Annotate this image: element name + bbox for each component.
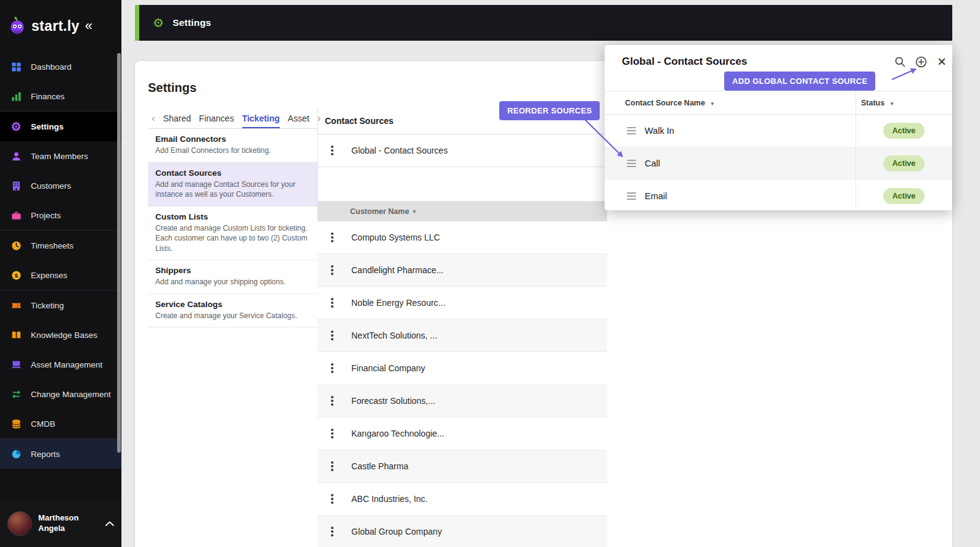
dollar-coin-icon: $ [10, 269, 22, 281]
customer-name: Candlelight Pharmace... [351, 265, 443, 275]
table-row[interactable]: Noble Energy Resourc... [317, 287, 607, 319]
table-row[interactable]: Financial Company [317, 352, 607, 385]
table-row[interactable]: NextTech Solutions, ... [317, 319, 607, 352]
drag-handle-icon[interactable] [627, 192, 636, 200]
kebab-menu-icon[interactable] [326, 331, 338, 340]
customer-table-header[interactable]: Customer Name ▾ [317, 201, 607, 221]
table-row[interactable]: ABC Industries, Inc. [317, 483, 607, 516]
settings-item-custom-lists[interactable]: Custom Lists Create and manage Custom Li… [148, 207, 317, 261]
startly-logo-icon [7, 16, 27, 36]
tab-asset[interactable]: Asset [288, 109, 309, 127]
table-row[interactable]: Global Group Company [317, 516, 607, 547]
customer-name: Kangaroo Technologie... [351, 429, 444, 438]
contact-sources-detail: Contact Sources Global - Contact Sources… [317, 108, 607, 547]
sidebar-collapse-button[interactable]: « [85, 19, 92, 33]
sidebar-scrollbar[interactable] [117, 53, 121, 453]
global-contact-sources-panel: Global - Contact Sources × Contact Sourc… [605, 45, 952, 210]
column-label: Status [861, 99, 884, 107]
column-header-contact-source-name[interactable]: Contact Source Name ▾ [605, 99, 855, 107]
sort-caret-icon: ▾ [891, 101, 894, 107]
customer-name: NextTech Solutions, ... [351, 331, 437, 340]
sidebar-item-label: Finances [31, 92, 65, 101]
column-label: Contact Source Name [625, 99, 705, 107]
settings-item-title: Contact Sources [155, 168, 310, 178]
tab-shared[interactable]: Shared [163, 109, 191, 127]
group-label: Global - Contact Sources [351, 146, 447, 155]
sidebar-item-label: Reports [31, 450, 60, 459]
panel-table-header: Contact Source Name ▾ Status ▾ [605, 91, 952, 115]
customer-name: Castle Pharma [351, 461, 409, 471]
sidebar-item-label: Expenses [31, 271, 67, 280]
kebab-menu-icon[interactable] [326, 265, 338, 275]
sidebar-item-reports[interactable]: Reports [0, 438, 121, 469]
column-header-customer-name[interactable]: Customer Name [350, 207, 409, 216]
column-header-status[interactable]: Status ▾ [855, 99, 893, 107]
customer-name: Noble Energy Resourc... [351, 298, 446, 308]
kebab-menu-icon[interactable] [326, 363, 338, 373]
sidebar-item-customers[interactable]: Customers [0, 171, 121, 200]
status-badge: Active [883, 188, 925, 204]
status-badge: Active [883, 123, 925, 139]
gear-icon: ⚙ [10, 120, 22, 133]
spacer [317, 167, 607, 201]
kebab-menu-icon[interactable] [326, 461, 338, 471]
settings-item-contact-sources[interactable]: Contact Sources Add and manage Contact S… [148, 163, 317, 207]
sidebar-item-settings[interactable]: ⚙ Settings [0, 111, 121, 141]
sidebar-item-label: Change Management [31, 390, 111, 399]
contact-source-row[interactable]: Walk In Active [605, 115, 952, 147]
sidebar-item-expenses[interactable]: $ Expenses [0, 260, 121, 290]
kebab-menu-icon[interactable] [326, 232, 338, 242]
sort-caret-icon: ▾ [413, 208, 416, 215]
tab-bar: ‹ Shared Finances Ticketing Asset › [148, 108, 317, 129]
customer-name: Global Group Company [351, 527, 442, 537]
page-header: ⚙ Settings [135, 5, 952, 41]
contact-source-row[interactable]: Email Active [605, 180, 952, 212]
settings-item-shippers[interactable]: Shippers Add and manage your shipping op… [148, 260, 317, 294]
drag-handle-icon[interactable] [627, 160, 636, 167]
status-badge: Active [883, 155, 925, 171]
tab-finances[interactable]: Finances [199, 109, 234, 127]
table-row[interactable]: Kangaroo Technologie... [317, 417, 607, 450]
sidebar-item-timesheets[interactable]: Timesheets [0, 230, 121, 260]
drag-handle-icon[interactable] [627, 127, 636, 134]
contact-source-group-row[interactable]: Global - Contact Sources [317, 134, 607, 167]
sidebar-item-projects[interactable]: Projects [0, 200, 121, 230]
settings-item-service-catalogs[interactable]: Service Catalogs Create and manage your … [148, 294, 317, 328]
sidebar-item-asset-management[interactable]: Asset Management [0, 350, 121, 379]
sidebar-item-knowledge-bases[interactable]: Knowledge Bases [0, 320, 121, 350]
chevron-up-icon[interactable] [105, 521, 114, 526]
tabs-prev-icon[interactable]: ‹ [152, 113, 155, 123]
sidebar-item-ticketing[interactable]: Ticketing [0, 290, 121, 320]
sidebar-item-team-members[interactable]: Team Members [0, 141, 121, 171]
sidebar-item-label: Projects [31, 211, 61, 220]
close-icon[interactable]: × [931, 53, 952, 70]
person-icon [10, 150, 22, 162]
kebab-menu-icon[interactable] [326, 494, 338, 504]
add-icon[interactable] [910, 53, 931, 70]
sidebar-item-cmdb[interactable]: CMDB [0, 409, 121, 438]
kebab-menu-icon[interactable] [326, 298, 338, 308]
sidebar-item-dashboard[interactable]: Dashboard [0, 52, 121, 81]
user-menu[interactable]: Martheson Angela [0, 500, 121, 547]
contact-source-row[interactable]: Call Active [605, 147, 952, 180]
kebab-menu-icon[interactable] [326, 429, 338, 438]
sidebar-item-label: Settings [31, 122, 63, 131]
kebab-menu-icon[interactable] [326, 396, 338, 406]
tab-ticketing[interactable]: Ticketing [242, 109, 280, 128]
table-row[interactable]: Forecastr Solutions,... [317, 385, 607, 417]
table-row[interactable]: Computo Systems LLC [317, 221, 607, 254]
settings-item-email-connectors[interactable]: Email Connectors Add Email Connectors fo… [148, 129, 317, 163]
customer-name: Computo Systems LLC [351, 232, 440, 242]
logo-text: start.ly [31, 18, 80, 35]
kebab-menu-icon[interactable] [326, 146, 338, 155]
table-row[interactable]: Candlelight Pharmace... [317, 254, 607, 287]
ticket-icon [10, 299, 22, 311]
search-icon[interactable] [889, 53, 910, 70]
sidebar-item-finances[interactable]: Finances [0, 81, 121, 111]
sidebar-item-change-management[interactable]: Change Management [0, 379, 121, 409]
kebab-menu-icon[interactable] [326, 527, 338, 537]
logo-row: start.ly « [0, 0, 121, 52]
contact-source-name: Call [645, 158, 660, 168]
table-row[interactable]: Castle Pharma [317, 450, 607, 483]
settings-item-title: Email Connectors [155, 134, 310, 144]
